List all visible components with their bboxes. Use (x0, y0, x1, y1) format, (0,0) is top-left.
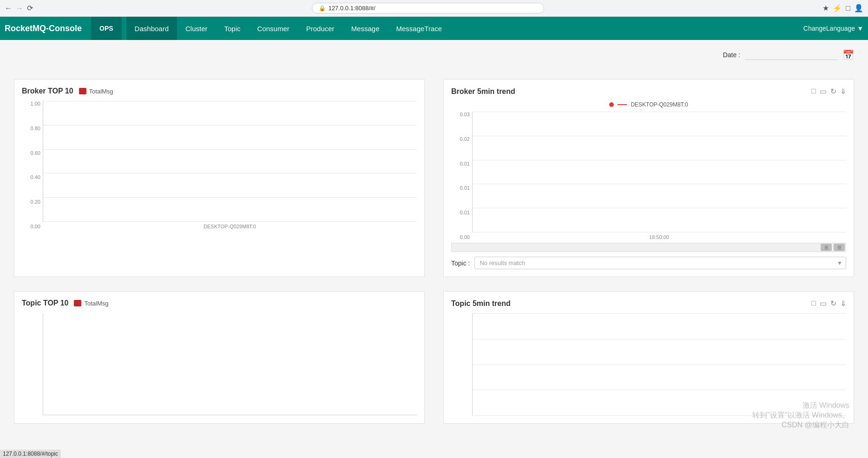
broker-5min-trend-header: Broker 5min trend □ ▭ ↻ ⇓ (451, 87, 846, 96)
topic-select[interactable]: No results match (474, 257, 846, 269)
broker-top10-header: Broker TOP 10 TotalMsg (22, 87, 417, 95)
navbar-ops-button[interactable]: OPS (91, 17, 122, 40)
change-language-button[interactable]: ChangeLanguage ▼ (803, 25, 863, 32)
nav-item-topic[interactable]: Topic (216, 17, 249, 40)
nav-item-producer[interactable]: Producer (298, 17, 343, 40)
broker-top10-panel: Broker TOP 10 TotalMsg 1.00 0.80 0.60 0.… (14, 79, 425, 277)
topic-5min-trend-header: Topic 5min trend □ ▭ ↻ ⇓ (451, 299, 846, 308)
navbar-nav: Dashboard Cluster Topic Consumer Produce… (126, 17, 803, 40)
broker-5min-trend-panel: Broker 5min trend □ ▭ ↻ ⇓ DESKTOP-Q029M8… (443, 79, 854, 277)
watermark-line2: 转到"设置"以激活 Windows。 (752, 411, 849, 420)
extensions-icon[interactable]: ⚡ (833, 4, 842, 13)
broker-top10-y-axis: 1.00 0.80 0.60 0.40 0.20 0.00 (24, 101, 43, 229)
window-icon[interactable]: □ (846, 4, 850, 13)
topic-fullscreen-icon[interactable]: ▭ (820, 299, 827, 308)
topic-expand-icon[interactable]: □ (811, 299, 816, 308)
fullscreen-icon[interactable]: ▭ (820, 87, 827, 96)
topic-5min-trend-actions: □ ▭ ↻ ⇓ (811, 299, 846, 308)
navbar-brand: RocketMQ-Console (5, 24, 82, 33)
url-bar[interactable]: 127.0.0.1:8088/#/ (329, 5, 375, 12)
navbar: RocketMQ-Console OPS Dashboard Cluster T… (0, 17, 868, 40)
main-content: Date : 📅 Broker TOP 10 TotalMsg 1.00 0.8… (0, 40, 868, 433)
broker-top10-legend: TotalMsg (79, 88, 113, 95)
chevron-down-icon: ▼ (857, 25, 863, 32)
date-label: Date : (723, 51, 740, 59)
topic-top10-y-axis (24, 313, 43, 415)
watermark: 激活 Windows 转到"设置"以激活 Windows。 CSDN @编程小大… (752, 401, 849, 430)
topic-5min-y-axis (454, 313, 472, 416)
broker-top10-title: Broker TOP 10 (22, 87, 73, 95)
broker-top10-x-label: DESKTOP-Q029M8T:0 (43, 224, 417, 229)
scrollbar-right-handle[interactable]: ☰ (834, 244, 845, 251)
forward-button[interactable]: → (16, 4, 23, 13)
topic-top10-legend-dot (74, 300, 81, 306)
broker-5min-x-label: 18:50:00 (472, 234, 846, 240)
broker-5min-trend-title: Broker 5min trend (451, 87, 515, 96)
scrollbar-left-handle[interactable]: ☰ (821, 244, 832, 251)
expand-icon[interactable]: □ (811, 87, 816, 96)
broker-5min-legend-label: DESKTOP-Q029M8T:0 (631, 101, 688, 108)
broker-5min-legend-line (618, 104, 627, 105)
refresh-icon[interactable]: ↻ (830, 87, 836, 96)
watermark-line3: CSDN @编程小大白 (752, 420, 849, 430)
topic-top10-title: Topic TOP 10 (22, 299, 68, 307)
topic-top10-chart-area (43, 313, 417, 415)
profile-icon[interactable]: 👤 (854, 4, 863, 13)
reload-button[interactable]: ⟳ (27, 4, 33, 13)
nav-item-message[interactable]: Message (343, 17, 388, 40)
nav-item-messagetrace[interactable]: MessageTrace (388, 17, 451, 40)
nav-item-dashboard[interactable]: Dashboard (126, 17, 177, 40)
topic-filter-row: Topic : No results match ▼ (451, 257, 846, 269)
topic-refresh-icon[interactable]: ↻ (830, 299, 836, 308)
topic-5min-trend-title: Topic 5min trend (451, 299, 511, 308)
topic-top10-legend-label: TotalMsg (84, 300, 108, 307)
download-icon[interactable]: ⇓ (840, 87, 846, 96)
nav-item-consumer[interactable]: Consumer (249, 17, 298, 40)
broker-5min-y-axis: 0.03 0.02 0.01 0.01 0.01 0.00 (454, 112, 472, 240)
lock-icon: 🔒 (319, 5, 326, 12)
topic-top10-chart-wrapper (43, 313, 417, 415)
topic-5min-chart-area (472, 313, 846, 416)
broker-5min-chart-wrapper: 0.03 0.02 0.01 0.01 0.01 0.00 (472, 112, 846, 240)
topic-top10-legend: TotalMsg (74, 300, 108, 307)
broker-top10-legend-dot (79, 88, 86, 94)
topic-select-wrapper: No results match ▼ (474, 257, 846, 269)
nav-item-cluster[interactable]: Cluster (177, 17, 216, 40)
calendar-icon[interactable]: 📅 (842, 49, 854, 60)
broker-top10-chart-wrapper: 1.00 0.80 0.60 0.40 0.20 0.00 (43, 101, 417, 229)
topic-top10-panel: Topic TOP 10 TotalMsg (14, 291, 425, 424)
back-button[interactable]: ← (5, 4, 12, 13)
dashboard-grid: Broker TOP 10 TotalMsg 1.00 0.80 0.60 0.… (14, 79, 854, 424)
date-input[interactable] (745, 50, 838, 60)
topic-top10-header: Topic TOP 10 TotalMsg (22, 299, 417, 307)
topic-label: Topic : (451, 259, 470, 267)
topic-5min-chart-wrapper (472, 313, 846, 416)
bookmark-icon[interactable]: ★ (822, 4, 829, 13)
broker-5min-trend-actions: □ ▭ ↻ ⇓ (811, 87, 846, 96)
broker-5min-scrollbar[interactable]: ☰ ☰ (451, 243, 846, 252)
watermark-line1: 激活 Windows (752, 401, 849, 411)
broker-5min-legend-dot (609, 102, 614, 107)
broker-5min-chart-area (472, 112, 846, 232)
broker-5min-trend-legend: DESKTOP-Q029M8T:0 (451, 101, 846, 108)
broker-top10-chart-area (43, 101, 417, 222)
broker-top10-legend-label: TotalMsg (89, 88, 113, 95)
topic-download-icon[interactable]: ⇓ (840, 299, 846, 308)
date-row: Date : 📅 (723, 49, 854, 60)
